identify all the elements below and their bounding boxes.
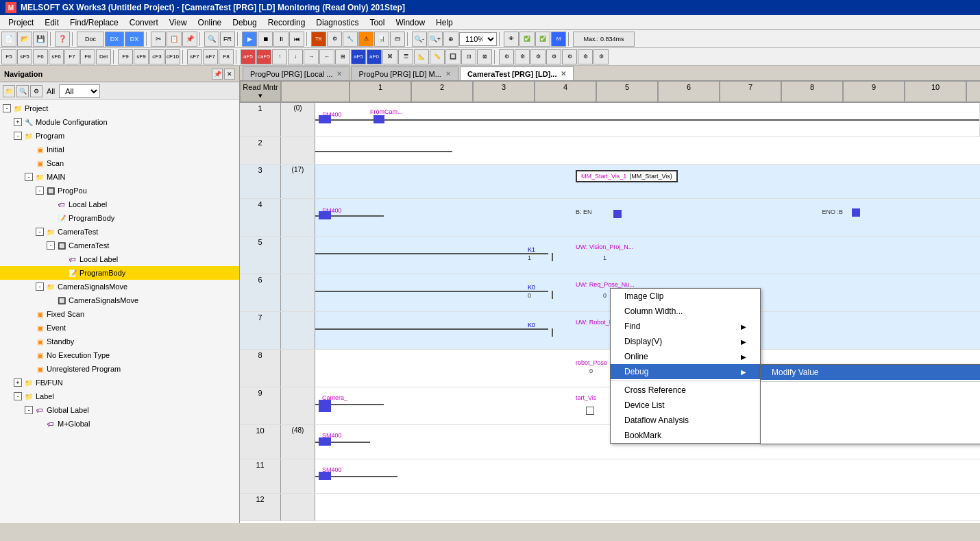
tree-item-cameratest-parent[interactable]: - 📁 CameraTest <box>0 225 239 239</box>
tb-icon1[interactable]: TK <box>311 32 326 47</box>
ctx-columnwidth[interactable]: Column Width... <box>611 304 760 319</box>
tb-cut[interactable]: ✂ <box>151 32 166 47</box>
tb2-af5[interactable]: aF5 <box>241 49 256 64</box>
tree-item-initial[interactable]: ▣ Initial <box>0 143 239 156</box>
ctx-dataflow[interactable]: Dataflow Analysis <box>611 413 760 428</box>
tree-item-unregistered[interactable]: ▣ Unregistered Program <box>0 362 239 376</box>
read-mntr-header[interactable]: Read Mntr ▾ <box>240 81 281 102</box>
tb2-sf5[interactable]: sF5 <box>17 49 32 64</box>
tb-run3[interactable]: ⏸ <box>273 32 289 47</box>
tb-run2[interactable]: ⏹ <box>258 32 273 47</box>
menu-help[interactable]: Help <box>430 16 458 29</box>
tree-item-module[interactable]: + 🔧 Module Configuration <box>0 115 239 129</box>
tb-icon5[interactable]: 📊 <box>374 32 389 47</box>
ctx-online[interactable]: Online ▶ <box>611 349 760 364</box>
tb-monitor2[interactable]: ✅ <box>519 32 535 47</box>
tb2-cog6[interactable]: ⚙ <box>578 49 593 64</box>
tb-btn2[interactable]: DX <box>105 32 124 47</box>
tree-item-globallabel[interactable]: - 🏷 Global Label <box>0 403 239 417</box>
tb2-v5[interactable]: ⊞ <box>335 49 350 64</box>
tb-zoom-icon[interactable]: ⊕ <box>443 32 458 47</box>
tb-icon4[interactable]: ⚠ <box>358 32 373 47</box>
tb-monitor3[interactable]: ✅ <box>535 32 550 47</box>
tb2-f7[interactable]: F7 <box>64 49 79 64</box>
expand-cameratest[interactable]: - <box>36 228 44 236</box>
tab-close-2[interactable]: ✕ <box>445 70 451 77</box>
menu-edit[interactable]: Edit <box>39 16 64 29</box>
menu-convert[interactable]: Convert <box>124 16 164 29</box>
tb-paste[interactable]: 📌 <box>182 32 197 47</box>
menu-diagnostics[interactable]: Diagnostics <box>310 16 364 29</box>
tb2-f8b[interactable]: F8 <box>219 49 234 64</box>
tb2-f6[interactable]: F6 <box>33 49 48 64</box>
tb2-cog5[interactable]: ⚙ <box>562 49 577 64</box>
grid-container[interactable]: 1 (0) SM400 FromCam... 2 <box>240 103 980 523</box>
ctx-debug[interactable]: Debug ▶ Modify Value Register/Cancel For… <box>611 364 760 379</box>
tb-monitor4[interactable]: M <box>551 32 566 47</box>
tb2-caf5[interactable]: caF5 <box>256 49 271 64</box>
expand-csm[interactable]: - <box>36 282 44 291</box>
rung-cell-4[interactable]: SM400 B: EN ENO :B <box>315 199 980 236</box>
ctx-devicelist[interactable]: Device List <box>611 398 760 413</box>
nav-filter-select[interactable]: All <box>59 84 100 98</box>
submenu-batchdisable[interactable]: Batch Disable Device Test with Execution… <box>761 429 980 444</box>
nav-pin[interactable]: 📌 <box>212 69 223 80</box>
tb-btn1[interactable]: Doc <box>77 32 104 47</box>
tb-open[interactable]: 📂 <box>17 32 32 47</box>
menu-debug[interactable]: Debug <box>227 16 262 29</box>
tree-item-programbody2[interactable]: 📝 ProgramBody <box>0 266 239 280</box>
rung-cell-1[interactable]: SM400 FromCam... <box>315 103 980 136</box>
menu-online[interactable]: Online <box>193 16 228 29</box>
tb2-cog1[interactable]: ⚙ <box>499 49 514 64</box>
tb-zoom-in[interactable]: 🔍+ <box>428 32 443 47</box>
tb-save[interactable]: 💾 <box>33 32 48 47</box>
tree-item-programbody1[interactable]: 📝 ProgramBody <box>0 211 239 225</box>
expand-project[interactable]: - <box>3 104 11 112</box>
tb-copy[interactable]: 📋 <box>167 32 182 47</box>
nav-tb3[interactable]: ⚙ <box>30 85 42 97</box>
tb-zoom-out[interactable]: 🔍- <box>412 32 427 47</box>
tree-item-local-label2[interactable]: 🏷 Local Label <box>0 252 239 266</box>
tree-item-standby[interactable]: ▣ Standby <box>0 335 239 348</box>
tree-item-camerasignalsmove-parent[interactable]: - 📁 CameraSignalsMove <box>0 280 239 293</box>
expand-fbfun[interactable]: + <box>14 378 22 387</box>
tab-progpou-ld[interactable]: ProgPou [PRG] [LD] M... ✕ <box>351 67 458 80</box>
tb-help[interactable]: ❓ <box>55 32 70 47</box>
menu-tool[interactable]: Tool <box>364 16 390 29</box>
menu-project[interactable]: Project <box>3 16 39 29</box>
tree-item-scan[interactable]: ▣ Scan <box>0 156 239 170</box>
tb2-f5[interactable]: F5 <box>1 49 16 64</box>
ctx-bookmark[interactable]: BookMark <box>611 428 760 443</box>
expand-main[interactable]: - <box>25 173 33 181</box>
ctx-find[interactable]: Find ▶ <box>611 319 760 334</box>
tb2-af5b[interactable]: aF5 <box>351 49 366 64</box>
tb2-v4[interactable]: ← <box>319 49 334 64</box>
tree-item-fixedscan[interactable]: ▣ Fixed Scan <box>0 307 239 321</box>
tree-item-event[interactable]: ▣ Event <box>0 321 239 335</box>
rung-cell-5[interactable]: K1 1 UW: Vision_Proj_N... 1 <box>315 237 980 274</box>
expand-globallabel[interactable]: - <box>25 406 33 414</box>
tree-item-cameratest-pou[interactable]: - 🔲 CameraTest <box>0 239 239 252</box>
ctx-imageclip[interactable]: Image Clip <box>611 289 760 304</box>
tab-close-1[interactable]: ✕ <box>336 70 342 77</box>
tab-progpou-local[interactable]: ProgPou [PRG] [Local ... ✕ <box>243 67 350 80</box>
tree-item-progpou-parent[interactable]: - 🔲 ProgPou <box>0 184 239 197</box>
tree-item-mglobal[interactable]: 🏷 M+Global <box>0 417 239 431</box>
tb2-af0[interactable]: aF0 <box>367 49 382 64</box>
tree-item-label[interactable]: - 📁 Label <box>0 389 239 403</box>
tb-run1[interactable]: ▶ <box>242 32 257 47</box>
tb2-sf7[interactable]: sF7 <box>187 49 202 64</box>
tree-item-local-label1[interactable]: 🏷 Local Label <box>0 197 239 211</box>
submenu-registerdevice[interactable]: Register Device Test with Execution Cond… <box>761 398 980 413</box>
tb-icon3[interactable]: 🔧 <box>343 32 358 47</box>
tree-item-noexec[interactable]: ▣ No Execution Type <box>0 348 239 362</box>
tb2-cf3[interactable]: cF3 <box>149 49 164 64</box>
tree-item-main[interactable]: - 📁 MAIN <box>0 170 239 184</box>
tb2-v2[interactable]: ↓ <box>288 49 303 64</box>
zoom-dropdown[interactable]: 110% 100% 75% <box>459 32 497 46</box>
tb2-cog2[interactable]: ⚙ <box>515 49 530 64</box>
tree-item-camerasignalsmove-pou[interactable]: 🔲 CameraSignalsMove <box>0 293 239 307</box>
ctx-display[interactable]: Display(V) ▶ <box>611 334 760 349</box>
rung-cell-3[interactable]: MM_Start_Vis_1 (MM_Start_Vis) <box>315 165 980 198</box>
nav-tb2[interactable]: 🔍 <box>16 85 29 97</box>
